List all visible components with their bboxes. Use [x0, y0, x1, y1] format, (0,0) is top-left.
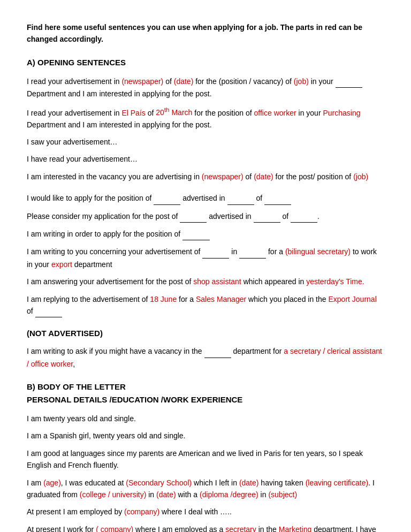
position-blank-2 — [182, 228, 210, 240]
paragraph-b5: At present I am employed by (company) wh… — [27, 506, 384, 518]
job-placeholder: (job) — [294, 77, 309, 86]
paragraph-p6: I would like to apply for the position o… — [27, 192, 384, 204]
newspaper-2: (newspaper) — [202, 172, 243, 181]
of-blank — [264, 192, 291, 204]
purchasing: Purchasing — [323, 108, 360, 117]
advert-blank — [202, 246, 229, 258]
advertised-blank-2 — [254, 210, 280, 223]
paragraph-b4: I am (age), I was educated at (Secondary… — [27, 477, 384, 501]
advertised-blank — [227, 192, 254, 204]
yesterdays-time: yesterday's Time. — [306, 277, 364, 286]
date-20th: 20th March — [156, 108, 192, 117]
sales-manager: Sales Manager — [196, 295, 246, 303]
shop-assistant: shop assistant — [193, 277, 241, 286]
in-blank — [239, 246, 266, 258]
section-body: B) BODY OF THE LETTER PERSONAL DETAILS /… — [27, 381, 384, 532]
school-placeholder: (Secondary School) — [126, 478, 192, 487]
office-worker: office worker — [254, 108, 296, 117]
date-placeholder: (date) — [174, 77, 194, 86]
paragraph-b3: I am good at languages since my parents … — [27, 447, 384, 472]
paragraph-na1: I am writing to ask if you might have a … — [27, 345, 384, 370]
not-advertised-title: (NOT ADVERTISED) — [27, 327, 384, 340]
bilingual-secretary: (bilingual secretary) — [285, 247, 351, 256]
paragraph-p2: I read your advertisement in El País of … — [27, 105, 384, 131]
vacancy-blank — [204, 345, 231, 358]
export-journal: Export Journal — [328, 295, 376, 303]
company-placeholder-2: ( company) — [96, 525, 133, 532]
leaving-cert: (leaving certificate) — [306, 478, 369, 487]
newspaper-placeholder: (newspaper) — [121, 77, 163, 86]
secretary-role: secretary — [225, 525, 256, 532]
subject-placeholder: (subject) — [268, 490, 297, 499]
date-2: (date) — [254, 172, 273, 181]
paragraph-p3: I saw your advertisement… — [27, 136, 384, 148]
department-blank — [336, 75, 362, 88]
paragraph-b1: I am twenty years old and single. — [27, 413, 384, 424]
paragraph-b2: I am a Spanish girl, twenty years old an… — [27, 430, 384, 442]
of-blank-2 — [291, 210, 317, 223]
position-blank — [154, 192, 180, 204]
paragraph-p10: I am answering your advertisement for th… — [27, 276, 384, 287]
journal-blank — [35, 305, 62, 317]
paragraph-p9: I am writing to you concerning your adve… — [27, 246, 384, 270]
job-2: (job) — [353, 172, 368, 181]
june-18: 18 June — [150, 295, 177, 303]
date-placeholder-3: (date) — [239, 478, 259, 487]
college-placeholder: (college / university) — [80, 490, 147, 499]
company-placeholder: (company) — [124, 507, 159, 516]
date-placeholder-4: (date) — [156, 490, 176, 499]
marketing-dept: Marketing — [279, 525, 311, 532]
paragraph-p1: I read your advertisement in (newspaper)… — [27, 75, 384, 100]
paragraph-p8: I am writing in order to apply for the p… — [27, 228, 384, 240]
diploma-placeholder: (diploma /degree) — [200, 490, 258, 499]
opening-title: A) OPENING SENTENCES — [27, 56, 384, 69]
paragraph-p11: I am replying to the advertisement of 18… — [27, 293, 384, 318]
paragraph-p4: I have read your advertisement… — [27, 153, 384, 165]
intro-text: Find here some useful sentences you can … — [27, 21, 384, 45]
paragraph-p7: Please consider my application for the p… — [27, 210, 384, 223]
paragraph-b6: At present I work for ( company) where I… — [27, 523, 384, 532]
export: export — [51, 260, 72, 269]
section-not-advertised: (NOT ADVERTISED) I am writing to ask if … — [27, 327, 384, 370]
section-opening: A) OPENING SENTENCES I read your adverti… — [27, 56, 384, 318]
body-title: B) BODY OF THE LETTER PERSONAL DETAILS /… — [27, 381, 384, 406]
paragraph-p5: I am interested in the vacancy you are a… — [27, 171, 384, 183]
post-blank — [180, 210, 207, 223]
el-pais: El País — [121, 108, 145, 117]
age-placeholder: (age) — [43, 478, 61, 487]
